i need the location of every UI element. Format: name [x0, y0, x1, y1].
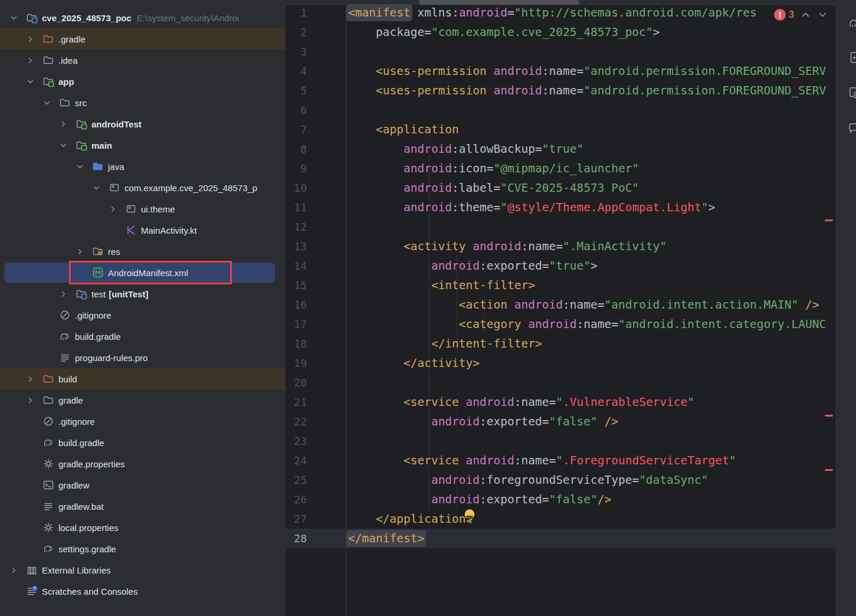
chat-icon[interactable]: [848, 122, 856, 135]
intention-bulb-icon[interactable]: [464, 508, 475, 526]
tree-row-.gradle[interactable]: .gradle: [0, 28, 286, 50]
code-line[interactable]: </application>: [348, 509, 826, 529]
tree-row-gradlew.bat[interactable]: gradlew.bat: [0, 496, 286, 517]
inspections-widget[interactable]: ! 3: [774, 8, 828, 22]
chevron-right-icon[interactable]: [25, 374, 35, 384]
chevron-right-icon[interactable]: [108, 204, 118, 214]
code-line[interactable]: [348, 431, 826, 451]
code-line[interactable]: [348, 42, 826, 61]
line-number[interactable]: 16: [286, 295, 307, 314]
code-line[interactable]: package="com.example.cve_2025_48573_poc"…: [348, 22, 826, 42]
tree-row-settings.gradle[interactable]: settings.gradle: [0, 538, 286, 559]
tree-row-build.gradle[interactable]: build.gradle: [0, 432, 286, 453]
tree-row-.gitignore[interactable]: .gitignore: [0, 304, 286, 326]
error-icon[interactable]: !: [774, 9, 786, 21]
tree-row-mainactivity.kt[interactable]: MainActivity.kt: [0, 219, 286, 241]
tree-row-proguard-rules.pro[interactable]: proguard-rules.pro: [0, 347, 286, 368]
chevron-down-icon[interactable]: [58, 140, 68, 150]
chevron-right-icon[interactable]: [25, 34, 35, 44]
tree-row-scratches-and-consoles[interactable]: Scratches and Consoles: [0, 581, 286, 602]
code-line[interactable]: </activity>: [348, 353, 826, 373]
tree-row-androidtest[interactable]: androidTest: [0, 113, 286, 135]
line-number-gutter[interactable]: 1234567891011121314151617181920212223242…: [286, 3, 307, 548]
line-number[interactable]: 24: [286, 451, 307, 470]
tree-row-gradle.properties[interactable]: gradle.properties: [0, 453, 286, 474]
line-number[interactable]: 25: [286, 470, 307, 490]
code-line[interactable]: android:exported="false" />: [348, 412, 826, 431]
code-line[interactable]: android:theme="@style/Theme.AppCompat.Li…: [348, 198, 826, 217]
code-line[interactable]: </manifest>: [348, 529, 826, 548]
code-line[interactable]: android:exported="false"/>: [348, 490, 826, 509]
code-editor[interactable]: 1234567891011121314151617181920212223242…: [286, 0, 835, 616]
chevron-down-icon[interactable]: [42, 98, 52, 108]
line-number[interactable]: 23: [286, 431, 307, 451]
chevron-right-icon[interactable]: [58, 289, 68, 299]
line-number[interactable]: 9: [286, 159, 307, 178]
error-count[interactable]: 3: [789, 9, 794, 20]
code-line[interactable]: <service android:name=".VulnerableServic…: [348, 392, 826, 412]
chevron-down-icon[interactable]: [9, 13, 19, 23]
tree-row-androidmanifest.xml[interactable]: AndroidManifest.xml: [0, 262, 286, 283]
code-line[interactable]: <manifest xmlns:android="http://schemas.…: [348, 3, 826, 22]
tree-row-.gitignore[interactable]: .gitignore: [0, 411, 286, 432]
code-line[interactable]: [348, 373, 826, 392]
tree-row-local.properties[interactable]: local.properties: [0, 517, 286, 538]
code-line[interactable]: <uses-permission android:name="android.p…: [348, 81, 826, 100]
next-error-button[interactable]: [818, 9, 828, 20]
line-number[interactable]: 26: [286, 490, 307, 509]
tree-row-res[interactable]: res: [0, 241, 286, 262]
line-number[interactable]: 20: [286, 373, 307, 392]
code-line[interactable]: android:label="CVE-2025-48573 PoC": [348, 178, 826, 198]
chevron-down-icon[interactable]: [25, 77, 35, 87]
line-number[interactable]: 15: [286, 276, 307, 295]
tree-row-app[interactable]: app: [0, 71, 286, 92]
line-number[interactable]: 4: [286, 61, 307, 81]
device-manager-icon[interactable]: [848, 86, 856, 99]
chevron-right-icon[interactable]: [25, 395, 35, 405]
gradle-icon[interactable]: [848, 17, 856, 30]
tree-row-external-libraries[interactable]: External Libraries: [0, 559, 286, 581]
line-number[interactable]: 5: [286, 81, 307, 100]
line-number[interactable]: 22: [286, 412, 307, 431]
line-number[interactable]: 13: [286, 237, 307, 256]
line-number[interactable]: 18: [286, 334, 307, 353]
code-line[interactable]: <intent-filter>: [348, 276, 826, 295]
line-number[interactable]: 1: [286, 3, 307, 22]
code-lines[interactable]: <manifest xmlns:android="http://schemas.…: [348, 3, 826, 548]
error-stripe-mark[interactable]: [825, 469, 833, 471]
code-line[interactable]: <service android:name=".ForegroundServic…: [348, 451, 826, 470]
line-number[interactable]: 11: [286, 198, 307, 217]
tree-row-com.example.cve-2025-48573-p[interactable]: com.example.cve_2025_48573_p: [0, 177, 286, 198]
line-number[interactable]: 17: [286, 314, 307, 334]
tree-row-.idea[interactable]: .idea: [0, 50, 286, 71]
line-number[interactable]: 19: [286, 353, 307, 373]
code-line[interactable]: [348, 217, 826, 237]
code-line[interactable]: <category android:name="android.intent.c…: [348, 314, 826, 334]
code-line[interactable]: android:exported="true">: [348, 256, 826, 276]
line-number[interactable]: 12: [286, 217, 307, 237]
error-stripe-mark[interactable]: [825, 219, 833, 221]
line-number[interactable]: 6: [286, 100, 307, 120]
chevron-right-icon[interactable]: [58, 119, 68, 129]
code-line[interactable]: [348, 100, 826, 120]
line-number[interactable]: 28: [286, 529, 307, 548]
tree-row-java[interactable]: java: [0, 156, 286, 177]
code-line[interactable]: <action android:name="android.intent.act…: [348, 295, 826, 314]
code-line[interactable]: android:foregroundServiceType="dataSync": [348, 470, 826, 490]
tree-row-gradle[interactable]: gradle: [0, 389, 286, 411]
code-line[interactable]: android:allowBackup="true": [348, 139, 826, 159]
chevron-down-icon[interactable]: [91, 183, 101, 193]
line-number[interactable]: 7: [286, 120, 307, 139]
code-line[interactable]: <activity android:name=".MainActivity": [348, 237, 826, 256]
line-number[interactable]: 3: [286, 42, 307, 61]
chevron-right-icon[interactable]: [25, 55, 35, 65]
chevron-down-icon[interactable]: [75, 162, 85, 172]
code-line[interactable]: </intent-filter>: [348, 334, 826, 353]
line-number[interactable]: 14: [286, 256, 307, 276]
line-number[interactable]: 10: [286, 178, 307, 198]
chevron-right-icon[interactable]: [9, 565, 19, 575]
previous-error-button[interactable]: [801, 9, 811, 20]
tree-row-build[interactable]: build: [0, 368, 286, 389]
code-line[interactable]: <uses-permission android:name="android.p…: [348, 61, 826, 81]
error-stripe-mark[interactable]: [825, 415, 833, 417]
